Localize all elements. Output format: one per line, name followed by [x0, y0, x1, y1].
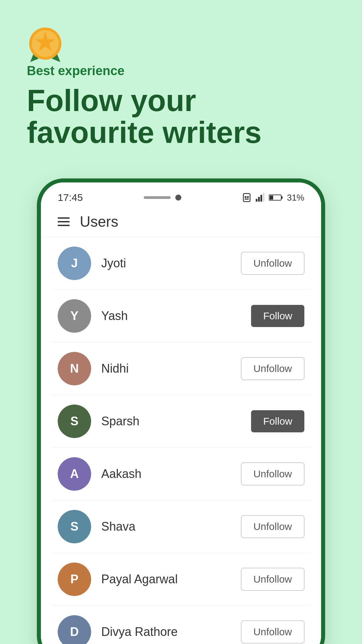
status-right: 31%: [242, 193, 304, 203]
user-name: Sparsh: [101, 414, 139, 428]
badge-icon: [27, 23, 64, 64]
user-left: SShava: [58, 510, 135, 543]
phone-container: 17:45: [0, 178, 362, 644]
user-item: SShavaUnfollow: [51, 500, 311, 553]
user-item: JJyotiUnfollow: [51, 237, 311, 290]
users-list: JJyotiUnfollowYYashFollowNNidhiUnfollowS…: [41, 237, 321, 644]
status-center: [144, 195, 181, 201]
svg-rect-10: [258, 197, 260, 202]
status-bar: 17:45: [41, 182, 321, 207]
best-experience-label: Best experience: [27, 64, 335, 78]
battery-icon: [269, 194, 283, 201]
user-name: Divya Rathore: [101, 625, 178, 639]
svg-rect-5: [243, 194, 250, 202]
app-title: Users: [80, 213, 118, 230]
avatar: S: [58, 405, 91, 438]
unfollow-button[interactable]: Unfollow: [241, 357, 304, 380]
user-left: NNidhi: [58, 352, 129, 385]
user-item: AAakashUnfollow: [51, 448, 311, 500]
svg-rect-15: [269, 196, 273, 200]
status-time: 17:45: [58, 192, 83, 203]
user-item: YYashFollow: [51, 290, 311, 342]
unfollow-button[interactable]: Unfollow: [241, 621, 304, 643]
svg-rect-9: [256, 199, 257, 202]
avatar: N: [58, 352, 91, 385]
menu-icon[interactable]: [58, 217, 70, 226]
user-item: SSparshFollow: [51, 395, 311, 448]
user-name: Payal Agarwal: [101, 572, 178, 586]
user-left: PPayal Agarwal: [58, 562, 178, 596]
svg-rect-6: [245, 196, 246, 198]
status-pill: [144, 196, 171, 199]
avatar: Y: [58, 299, 91, 333]
avatar: S: [58, 510, 91, 543]
svg-rect-8: [245, 199, 249, 200]
top-section: Best experience Follow your favourite wr…: [0, 0, 362, 178]
user-name: Aakash: [101, 467, 141, 481]
svg-rect-12: [263, 193, 264, 202]
avatar: D: [58, 615, 91, 644]
headline: Follow your favourite writers: [27, 85, 335, 148]
follow-button[interactable]: Follow: [251, 305, 304, 327]
unfollow-button[interactable]: Unfollow: [241, 568, 304, 591]
svg-rect-14: [281, 196, 283, 199]
user-left: YYash: [58, 299, 128, 333]
sim-icon: [242, 193, 251, 202]
user-name: Yash: [101, 309, 128, 323]
user-left: JJyoti: [58, 247, 126, 280]
svg-rect-11: [260, 195, 262, 202]
user-name: Shava: [101, 520, 135, 534]
user-left: SSparsh: [58, 405, 139, 438]
signal-icon: [255, 193, 265, 202]
user-left: DDivya Rathore: [58, 615, 178, 644]
user-item: NNidhiUnfollow: [51, 342, 311, 395]
phone-mockup: 17:45: [37, 178, 325, 644]
user-name: Jyoti: [101, 256, 126, 270]
user-left: AAakash: [58, 457, 141, 491]
user-item: DDivya RathoreUnfollow: [51, 606, 311, 644]
avatar: P: [58, 562, 91, 596]
svg-rect-7: [247, 196, 249, 198]
follow-button[interactable]: Follow: [251, 410, 304, 432]
unfollow-button[interactable]: Unfollow: [241, 252, 304, 275]
status-dot: [175, 195, 181, 201]
unfollow-button[interactable]: Unfollow: [241, 515, 304, 538]
user-item: PPayal AgarwalUnfollow: [51, 553, 311, 606]
avatar: J: [58, 247, 91, 280]
avatar: A: [58, 457, 91, 491]
app-bar: Users: [41, 207, 321, 237]
unfollow-button[interactable]: Unfollow: [241, 463, 304, 485]
battery-percent: 31%: [287, 193, 304, 203]
user-name: Nidhi: [101, 362, 129, 376]
